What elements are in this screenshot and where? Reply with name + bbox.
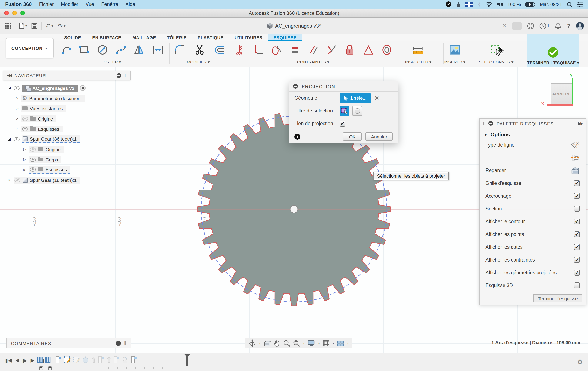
dialog-grip-icon[interactable] (293, 84, 298, 89)
timeline-component-item[interactable] (37, 357, 43, 363)
fit-view-icon[interactable] (293, 340, 300, 347)
location-icon[interactable] (445, 1, 452, 7)
timeline-sketch-item[interactable] (55, 356, 61, 363)
expander-icon[interactable]: ◢ (7, 86, 11, 90)
tree-row-spur-gear-18[interactable]: ▷ Spur Gear (18 teeth):1 (7, 175, 80, 185)
timeline-expand-group-button[interactable] (48, 366, 52, 370)
menubar-clock[interactable]: Mar. 09:21 (540, 2, 562, 7)
group-label-insert[interactable]: INSÉRER ▾ (444, 60, 465, 64)
user-avatar[interactable] (576, 22, 584, 30)
display-settings-icon[interactable] (308, 340, 315, 346)
menu-aide[interactable]: Aide (126, 2, 135, 7)
timeline-skip-start-button[interactable]: ▮◀ (5, 357, 12, 363)
constraint-triangle-icon[interactable] (363, 44, 374, 56)
expander-icon[interactable]: ▷ (15, 117, 19, 120)
constraint-tangent-icon[interactable] (271, 44, 283, 56)
tree-row-root[interactable]: ◢ AC_engrenages v3 (7, 84, 85, 92)
mirror-tool-icon[interactable] (133, 44, 145, 56)
navigator-grip-icon[interactable] (116, 73, 121, 78)
timeline-step-forward-button[interactable]: ▶ (31, 357, 34, 363)
sketch-dimension-icon[interactable] (152, 44, 164, 56)
zoom-window-button[interactable] (21, 11, 25, 15)
close-document-tab-button[interactable]: ✕ (503, 23, 507, 29)
zoom-tool-icon[interactable] (283, 340, 290, 347)
expand-palette-icon[interactable]: ▶▶ (578, 121, 582, 125)
activate-component-radio[interactable] (80, 85, 85, 91)
close-window-button[interactable] (4, 11, 9, 15)
timeline-sketch-edit-item[interactable] (63, 356, 71, 363)
filter-faces-button[interactable] (339, 106, 349, 116)
flask-icon[interactable] (456, 1, 461, 7)
clear-selection-button[interactable]: ✕ (375, 95, 379, 101)
ok-button[interactable]: OK (343, 132, 362, 141)
design-mode-dropdown[interactable]: CONCEPTION▼ (6, 38, 54, 58)
visibility-eye-icon[interactable] (30, 157, 36, 162)
timeline-playhead[interactable] (186, 355, 188, 366)
timeline-sketch-item-suppressed[interactable] (73, 356, 80, 363)
group-label-constraints[interactable]: CONTRAINTES ▾ (297, 60, 329, 64)
tab-en-surface[interactable]: EN SURFACE (87, 34, 127, 41)
look-at-icon[interactable] (571, 167, 580, 174)
finish-sketch-button[interactable]: TERMINER L'ESQUISSE ▾ (527, 34, 579, 67)
expander-icon[interactable]: ▷ (15, 107, 19, 110)
comments-panel[interactable]: COMMENTAIRES + ‖ (6, 338, 131, 349)
trim-tool-icon[interactable] (194, 44, 206, 56)
help-icon[interactable]: ? (567, 22, 571, 29)
sketch-grid-checkbox[interactable] (574, 180, 580, 186)
visibility-eye-off-icon[interactable] (22, 117, 28, 121)
look-at-tool-icon[interactable] (263, 340, 271, 346)
minimize-window-button[interactable] (12, 11, 17, 15)
rectangle-tool-icon[interactable] (78, 44, 90, 56)
group-label-select[interactable]: SÉLECTIONNER ▾ (479, 60, 514, 64)
constraint-fix-icon[interactable] (234, 44, 246, 56)
expander-icon[interactable]: ▷ (22, 147, 27, 151)
menu-fichier[interactable]: Fichier (39, 2, 54, 7)
tree-row-gear-sketches[interactable]: ▷ Esquisses (22, 165, 70, 174)
group-label-modify[interactable]: MODIFIER ▾ (187, 60, 210, 64)
quebec-flag-icon[interactable] (465, 2, 473, 7)
visibility-eye-icon[interactable] (14, 86, 20, 90)
wifi-icon[interactable] (485, 2, 492, 7)
group-label-inspect[interactable]: INSPECTER ▾ (405, 60, 431, 64)
control-center-icon[interactable] (577, 2, 583, 7)
add-comment-icon[interactable]: + (116, 340, 121, 346)
timeline-expand-group-button[interactable] (39, 366, 43, 370)
expander-icon[interactable]: ▷ (15, 127, 19, 131)
visibility-eye-icon[interactable] (22, 127, 28, 131)
visibility-eye-icon[interactable] (14, 137, 20, 141)
timeline-settings-gear-icon[interactable]: ⚙ (577, 358, 583, 366)
palette-drag-handle[interactable]: ‖ (483, 121, 485, 126)
insert-image-icon[interactable] (449, 44, 461, 56)
sketch-palette-header[interactable]: ‖ PALETTE D'ESQUISSES ▶▶ (480, 119, 586, 128)
collapse-navigator-icon[interactable]: ◀◀ (7, 73, 11, 77)
notifications-bell-icon[interactable] (555, 22, 561, 29)
show-constraints-checkbox[interactable] (574, 257, 580, 263)
constraint-lock-icon[interactable] (344, 44, 356, 56)
timeline-play-button[interactable]: ▶ (22, 357, 27, 364)
arc-tool-icon[interactable] (61, 44, 73, 56)
show-profile-checkbox[interactable] (574, 218, 580, 224)
show-points-checkbox[interactable] (574, 231, 580, 237)
sketch-3d-checkbox[interactable] (574, 282, 580, 288)
grid-settings-icon[interactable] (323, 340, 329, 346)
construction-line-icon[interactable] (571, 141, 580, 149)
select-tool-icon[interactable] (490, 44, 502, 56)
timeline-sketch-item-current[interactable] (131, 356, 137, 363)
file-menu-button[interactable]: ▼ (19, 22, 28, 29)
save-button[interactable] (32, 23, 37, 29)
projection-link-checkbox[interactable] (339, 120, 346, 127)
cancel-button[interactable]: Annuler (366, 132, 393, 141)
constraint-concentric-icon[interactable] (381, 44, 393, 56)
job-status-icon[interactable]: 1 (539, 22, 549, 29)
tab-utilitaires[interactable]: UTILITAIRES (229, 34, 268, 41)
tree-row-document-settings[interactable]: ▷ ⚙Paramètres du document (15, 94, 85, 103)
expander-icon[interactable]: ▷ (7, 178, 11, 182)
viewports-icon[interactable] (337, 340, 344, 346)
constraint-equal-icon[interactable] (289, 44, 301, 56)
tab-tolerie[interactable]: TÔLERIE (161, 34, 192, 41)
expander-icon[interactable]: ▷ (22, 158, 27, 162)
new-document-tab-button[interactable]: + (512, 22, 522, 30)
timeline-component-item[interactable] (45, 357, 51, 363)
pan-tool-icon[interactable] (274, 340, 280, 347)
tab-maillage[interactable]: MAILLAGE (127, 34, 161, 41)
